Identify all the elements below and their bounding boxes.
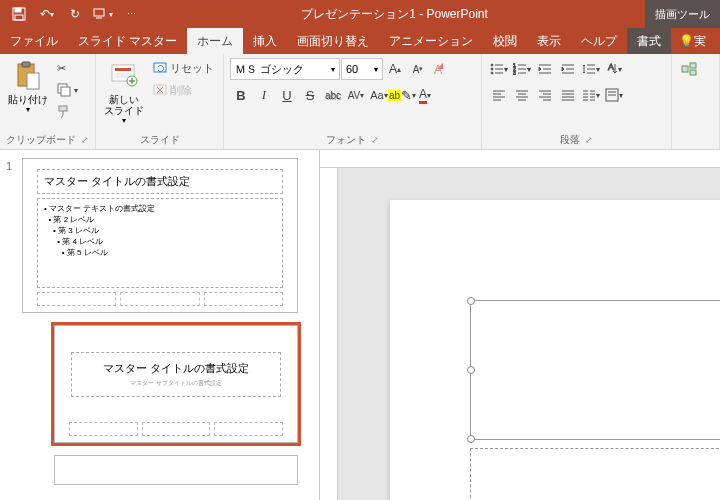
group-clipboard: 貼り付け ▾ ✂ ▾ クリップボード⤢ xyxy=(0,54,96,149)
chevron-down-icon: ▾ xyxy=(331,65,335,74)
group-label-clipboard: クリップボード xyxy=(6,133,76,147)
delete-button: 削除 xyxy=(150,80,217,100)
customize-qat-icon[interactable]: ⋯ xyxy=(118,3,144,25)
group-font: ＭＳ ゴシック▾ 60▾ A▴ A▾ A◢ B I U S abc AV▾ Aa… xyxy=(224,54,482,149)
master-title-placeholder: マスター タイトルの書式設定 xyxy=(37,169,283,194)
workspace: 1 マスター タイトルの書式設定 • マスター テキストの書式設定 • 第 2 … xyxy=(0,150,720,500)
footer-placeholders xyxy=(69,422,283,436)
tab-tell-me[interactable]: 💡 実 xyxy=(671,28,716,54)
align-text-button[interactable]: ▾ xyxy=(603,84,625,106)
tab-format[interactable]: 書式 xyxy=(627,28,671,54)
font-name-select[interactable]: ＭＳ ゴシック▾ xyxy=(230,58,340,80)
tab-help[interactable]: ヘルプ xyxy=(571,28,627,54)
increase-font-icon[interactable]: A▴ xyxy=(384,58,406,80)
svg-point-17 xyxy=(491,68,493,70)
title-text-box[interactable]: マスター タ 設 xyxy=(470,300,720,440)
layout-thumbnail-1[interactable]: マスター タイトルの書式設定 マスター サブタイトルの書式設定 xyxy=(54,325,298,443)
tab-file[interactable]: ファイル xyxy=(0,28,68,54)
decrease-indent-button[interactable] xyxy=(534,58,556,80)
font-size-select[interactable]: 60▾ xyxy=(341,58,383,80)
undo-icon[interactable]: ↶▾ xyxy=(34,3,60,25)
svg-rect-3 xyxy=(94,9,104,16)
subtitle-text[interactable]: マスター サブタ xyxy=(471,449,720,471)
svg-point-16 xyxy=(491,64,493,66)
group-label-font: フォント xyxy=(326,133,366,147)
svg-rect-2 xyxy=(15,15,23,20)
numbering-button[interactable]: 123▾ xyxy=(511,58,533,80)
group-paragraph: ▾ 123▾ ▾ A▾ ▾ ▾ 段落⤢ xyxy=(482,54,672,149)
tab-view[interactable]: 表示 xyxy=(527,28,571,54)
svg-rect-14 xyxy=(154,63,166,72)
group-label-paragraph: 段落 xyxy=(560,133,580,147)
font-color-button[interactable]: A▾ xyxy=(414,84,436,106)
decrease-font-icon[interactable]: A▾ xyxy=(407,58,429,80)
svg-rect-9 xyxy=(59,106,67,111)
paste-icon xyxy=(12,60,44,92)
tab-slide-master[interactable]: スライド マスター xyxy=(68,28,187,54)
copy-button[interactable]: ▾ xyxy=(54,80,81,100)
new-slide-button[interactable]: 新しい スライド ▾ xyxy=(102,58,146,125)
chevron-down-icon: ▾ xyxy=(122,116,126,125)
dialog-launcher-icon[interactable]: ⤢ xyxy=(585,135,593,145)
clear-formatting-icon[interactable]: A◢ xyxy=(430,58,452,80)
change-case-button[interactable]: Aa▾ xyxy=(368,84,390,106)
strike-button[interactable]: S xyxy=(299,84,321,106)
group-label-slides: スライド xyxy=(140,133,180,147)
char-spacing-button[interactable]: AV▾ xyxy=(345,84,367,106)
ribbon: 貼り付け ▾ ✂ ▾ クリップボード⤢ 新しい スライド ▾ リセット 削除 ス… xyxy=(0,54,720,150)
new-slide-icon xyxy=(108,60,140,92)
bullets-button[interactable]: ▾ xyxy=(488,58,510,80)
save-icon[interactable] xyxy=(6,3,32,25)
convert-smartart-button[interactable] xyxy=(678,58,700,80)
thumbnail-panel[interactable]: 1 マスター タイトルの書式設定 • マスター テキストの書式設定 • 第 2 … xyxy=(0,150,320,500)
dialog-launcher-icon[interactable]: ⤢ xyxy=(81,135,89,145)
highlight-button[interactable]: ab✎▾ xyxy=(391,84,413,106)
bold-button[interactable]: B xyxy=(230,84,252,106)
tab-transition[interactable]: 画面切り替え xyxy=(287,28,379,54)
paste-button[interactable]: 貼り付け ▾ xyxy=(6,58,50,114)
columns-button[interactable]: ▾ xyxy=(580,84,602,106)
tab-home[interactable]: ホーム xyxy=(187,28,243,54)
tab-insert[interactable]: 挿入 xyxy=(243,28,287,54)
italic-button[interactable]: I xyxy=(253,84,275,106)
dialog-launcher-icon[interactable]: ⤢ xyxy=(371,135,379,145)
underline-button[interactable]: U xyxy=(276,84,298,106)
slide-number: 1 xyxy=(6,158,22,172)
text-direction-button[interactable]: A▾ xyxy=(603,58,625,80)
cut-button[interactable]: ✂ xyxy=(54,58,81,78)
svg-rect-5 xyxy=(22,62,30,67)
increase-indent-button[interactable] xyxy=(557,58,579,80)
master-thumbnail[interactable]: マスター タイトルの書式設定 • マスター テキストの書式設定 • 第 2 レベ… xyxy=(22,158,298,313)
chevron-down-icon: ▾ xyxy=(374,65,378,74)
svg-text:A: A xyxy=(608,62,614,72)
reset-button[interactable]: リセット xyxy=(150,58,217,78)
ribbon-tabs: ファイル スライド マスター ホーム 挿入 画面切り替え アニメーション 校閲 … xyxy=(0,28,720,54)
tab-review[interactable]: 校閲 xyxy=(483,28,527,54)
align-right-button[interactable] xyxy=(534,84,556,106)
group-slides: 新しい スライド ▾ リセット 削除 スライド xyxy=(96,54,224,149)
text-shadow-button[interactable]: abc xyxy=(322,84,344,106)
slide-canvas[interactable]: マスター タ 設 マスター サブタ xyxy=(320,150,720,500)
svg-point-18 xyxy=(491,72,493,74)
slide[interactable]: マスター タ 設 マスター サブタ xyxy=(390,200,720,500)
svg-rect-11 xyxy=(115,68,131,71)
master-body-placeholder: • マスター テキストの書式設定 • 第 2 レベル • 第 3 レベル • 第… xyxy=(37,198,283,288)
svg-rect-24 xyxy=(682,66,688,72)
justify-button[interactable] xyxy=(557,84,579,106)
group-overflow xyxy=(672,54,720,149)
horizontal-ruler xyxy=(320,150,720,168)
layout-thumbnail-2[interactable] xyxy=(54,455,298,485)
align-left-button[interactable] xyxy=(488,84,510,106)
svg-rect-6 xyxy=(27,73,39,89)
svg-text:3: 3 xyxy=(513,70,516,75)
format-painter-button[interactable] xyxy=(54,102,81,122)
svg-rect-25 xyxy=(690,63,696,68)
align-center-button[interactable] xyxy=(511,84,533,106)
tab-animation[interactable]: アニメーション xyxy=(379,28,483,54)
start-from-beginning-icon[interactable]: ▾ xyxy=(90,3,116,25)
redo-icon[interactable]: ↻ xyxy=(62,3,88,25)
line-spacing-button[interactable]: ▾ xyxy=(580,58,602,80)
chevron-down-icon: ▾ xyxy=(26,105,30,114)
subtitle-text-box[interactable]: マスター サブタ xyxy=(470,448,720,500)
layout-title-placeholder: マスター タイトルの書式設定 マスター サブタイトルの書式設定 xyxy=(71,352,281,397)
